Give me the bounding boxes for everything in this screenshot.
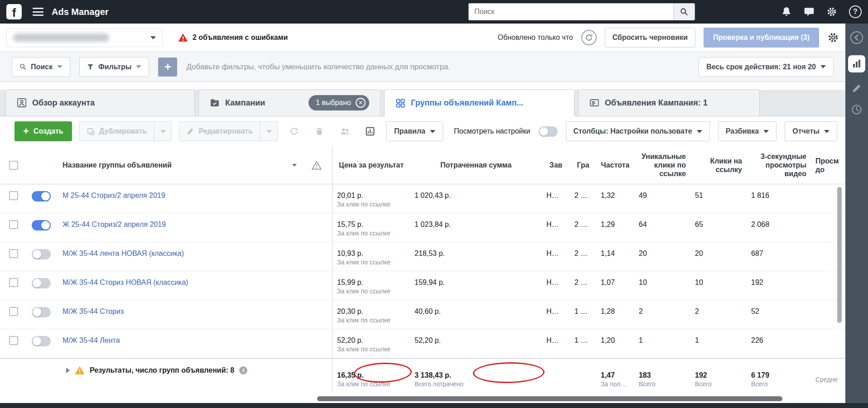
copy-icon	[87, 128, 95, 135]
header-ends[interactable]: Зав	[542, 146, 570, 184]
charts-panel-icon[interactable]	[848, 55, 865, 72]
help-icon[interactable]: ?	[849, 5, 862, 18]
duplicate-options-button[interactable]	[154, 121, 172, 141]
tab-ad-sets[interactable]: Группы объявлений Камп...	[384, 89, 574, 116]
info-icon[interactable]: i	[239, 366, 247, 374]
right-sidebar	[845, 24, 868, 403]
search-filter-button[interactable]: Поиск	[12, 57, 70, 77]
revert-icon[interactable]	[285, 121, 303, 141]
header-schedule[interactable]: Гра	[570, 146, 596, 184]
table-row: М/Ж 35-44 Сториз 20,30 р.За клик по ссыл…	[0, 300, 845, 329]
row-checkbox[interactable]	[9, 249, 18, 258]
adset-name-link[interactable]: М 25-44 Сториз/2 апреля 2019	[63, 191, 165, 200]
header-link-clicks[interactable]: Клики на ссылку	[690, 146, 747, 184]
funnel-icon	[87, 63, 94, 70]
collapse-sidebar-icon[interactable]	[850, 31, 863, 44]
top-icons	[781, 6, 837, 17]
adset-status-toggle[interactable]	[32, 220, 51, 230]
columns-button[interactable]: Столбцы: Настройки пользовате	[566, 121, 710, 141]
header-3s-video-views[interactable]: 3-секундные просмотры видео	[747, 146, 811, 184]
table-row: М/Ж 35-44 Лента 52,20 р.За клик по ссылк…	[0, 329, 845, 358]
horizontal-scrollbar-track	[0, 394, 845, 403]
vertical-scrollbar[interactable]	[837, 187, 842, 323]
row-checkbox[interactable]	[9, 220, 18, 229]
messages-icon[interactable]	[804, 6, 815, 17]
row-checkbox[interactable]	[9, 307, 18, 316]
review-publish-button[interactable]: Проверка и публикация (3)	[704, 28, 819, 48]
date-range-selector[interactable]: Весь срок действия: 21 ноя 20	[699, 57, 834, 77]
row-checkbox[interactable]	[9, 191, 18, 200]
audience-people-icon[interactable]	[336, 121, 354, 141]
header-amount-spent[interactable]: Потраченная сумма	[410, 146, 542, 184]
refresh-button[interactable]	[581, 30, 597, 45]
selected-count-badge[interactable]: 1 выбрано ✕	[309, 95, 369, 110]
ads-error-notice[interactable]: 2 объявления с ошибками	[178, 33, 288, 42]
edit-button[interactable]: Редактировать	[179, 121, 260, 141]
duplicate-split-button: Дублировать	[79, 121, 172, 141]
results-warning-icon	[75, 366, 85, 375]
header-adset-name[interactable]: Название группы объявлений	[57, 146, 301, 184]
clear-selection-icon[interactable]: ✕	[356, 98, 366, 108]
select-all-checkbox[interactable]	[9, 161, 18, 170]
delete-trash-icon[interactable]	[310, 121, 328, 141]
adset-status-toggle[interactable]	[32, 336, 51, 346]
edit-panel-icon[interactable]	[852, 83, 862, 93]
header-unique-link-clicks[interactable]: Уникальные клики по ссылке	[634, 146, 690, 184]
actions-toolbar: + Создать Дублировать Редактировать	[0, 116, 845, 146]
search-button[interactable]	[673, 3, 695, 20]
adset-name-link[interactable]: М/Ж 35-44 лента НОВАЯ (классика)	[63, 249, 184, 258]
account-selector[interactable]	[6, 28, 163, 47]
updated-status: Обновлено только что	[498, 34, 573, 42]
duplicate-button[interactable]: Дублировать	[79, 121, 155, 141]
hamburger-menu-icon[interactable]	[33, 8, 43, 16]
global-search	[468, 3, 695, 20]
view-charts-icon[interactable]	[361, 121, 379, 141]
view-settings-label: Посмотреть настройки	[454, 127, 530, 135]
ad-sets-table: Название группы объявлений Цена за резул…	[0, 146, 845, 394]
adset-status-toggle[interactable]	[32, 278, 51, 288]
breakdown-button[interactable]: Разбивка	[718, 121, 777, 141]
add-filter-button[interactable]: +	[158, 58, 177, 77]
reports-button[interactable]: Отчеты	[785, 121, 837, 141]
settings-gear-icon[interactable]	[826, 6, 837, 17]
tab-account-overview[interactable]: Обзор аккаунта	[5, 89, 195, 116]
plus-icon: +	[23, 126, 29, 136]
expand-results-icon[interactable]	[66, 368, 70, 373]
adset-name-link[interactable]: М/Ж 35-44 Сториз НОВАЯ (классика)	[63, 278, 188, 287]
tab-ads[interactable]: Объявления Кампания: 1	[578, 89, 760, 116]
workspace-settings-gear-icon[interactable]	[827, 32, 839, 43]
horizontal-scrollbar[interactable]	[317, 396, 782, 401]
search-icon	[19, 63, 26, 70]
sort-caret-icon	[292, 164, 297, 167]
adset-name-link[interactable]: М/Ж 35-44 Лента	[63, 336, 120, 345]
create-button[interactable]: + Создать	[14, 121, 72, 141]
account-name-redacted	[13, 34, 109, 42]
notifications-bell-icon[interactable]	[781, 6, 792, 17]
header-frequency[interactable]: Частота	[596, 146, 634, 184]
history-clock-icon[interactable]	[851, 104, 862, 115]
edit-options-button[interactable]	[260, 121, 278, 141]
search-input[interactable]	[468, 3, 673, 20]
facebook-logo[interactable]: f	[6, 4, 22, 19]
level-tabs: Обзор аккаунта Кампании 1 выбрано ✕ Груп…	[0, 82, 845, 116]
row-checkbox[interactable]	[9, 336, 18, 345]
filters-button[interactable]: Фильтры	[79, 57, 149, 77]
adset-status-toggle[interactable]	[32, 249, 51, 259]
view-settings-toggle[interactable]	[539, 126, 558, 137]
discard-drafts-button[interactable]: Сбросить черновики	[605, 28, 695, 48]
top-navbar: f Ads Manager ?	[0, 0, 868, 24]
rules-button[interactable]: Правила	[386, 121, 443, 141]
adset-name-link[interactable]: М/Ж 35-44 Сториз	[63, 307, 124, 316]
adset-status-toggle[interactable]	[32, 191, 51, 202]
tab-campaigns[interactable]: Кампании 1 выбрано ✕	[198, 89, 381, 116]
row-checkbox[interactable]	[9, 278, 18, 287]
header-cost-per-result[interactable]: Цена за результат	[333, 146, 410, 184]
adset-name-link[interactable]: Ж 25-44 Сториз/2 апреля 2019	[63, 220, 166, 229]
header-delivery-warning[interactable]	[301, 146, 333, 184]
header-video-watches[interactable]: Просм до	[811, 146, 845, 184]
pencil-icon	[187, 128, 194, 135]
adset-status-toggle[interactable]	[32, 307, 51, 317]
select-all-cell	[0, 146, 27, 184]
filter-hint-text: Добавьте фильтры, чтобы уменьшить количе…	[186, 62, 450, 72]
table-header-row: Название группы объявлений Цена за резул…	[0, 146, 845, 184]
